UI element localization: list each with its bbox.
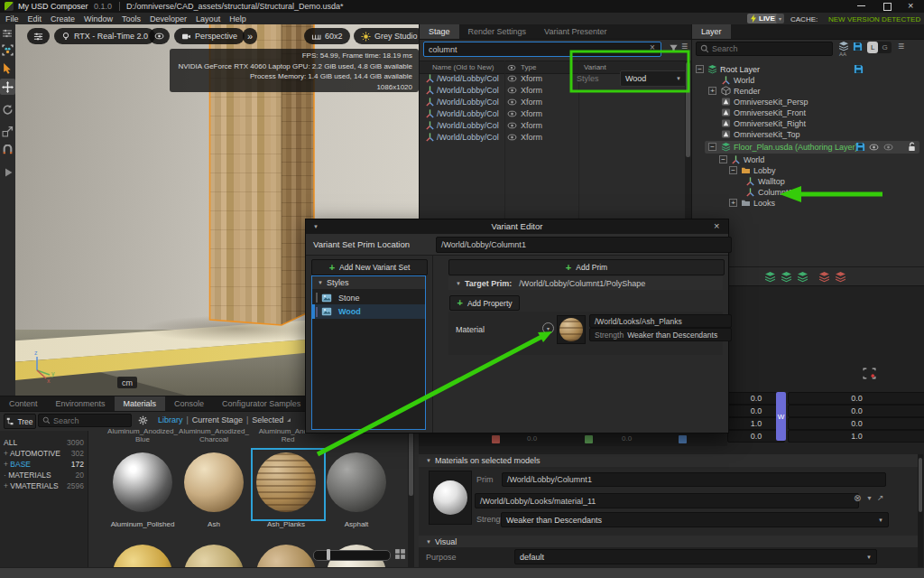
eye-icon[interactable]	[507, 75, 517, 82]
chevron-down-icon[interactable]: ▼	[866, 495, 873, 501]
add-property-button[interactable]: + Add Property	[449, 295, 520, 311]
table-row[interactable]: /World/Lobby/Col Xform	[420, 131, 685, 143]
layer-item-camera[interactable]: OmniverseKit_Top	[692, 129, 924, 140]
collapse-icon[interactable]: −	[729, 166, 737, 174]
matrix-cell[interactable]: 0.0	[788, 417, 924, 430]
x-axis-handle[interactable]	[492, 435, 500, 443]
tab-layer[interactable]: Layer	[692, 24, 731, 39]
layer-item-lobby[interactable]: − Lobby	[692, 165, 924, 176]
matrix-cell[interactable]: 0.0	[527, 434, 537, 443]
visual-section-header[interactable]: ▼ Visual	[419, 536, 918, 547]
grid-view-icon[interactable]	[394, 548, 406, 560]
thumbnail-size-slider[interactable]	[313, 550, 391, 561]
play-icon[interactable]	[3, 167, 14, 178]
table-row[interactable]: /World/Lobby/Col Xform	[420, 107, 685, 119]
layer-item-columnt1[interactable]: Columnt1	[692, 187, 924, 198]
table-row[interactable]: /World/Lobby/Col Xform	[420, 84, 685, 96]
global-toggle[interactable]: G	[878, 43, 891, 51]
cursor-tool-icon[interactable]	[2, 62, 14, 74]
save-icon[interactable]	[855, 142, 865, 152]
lock-open-icon[interactable]	[907, 142, 917, 152]
layer-remove-icon[interactable]	[835, 271, 846, 283]
material-search-input[interactable]	[38, 414, 132, 427]
eye-icon[interactable]	[507, 98, 517, 106]
move-tool-icon[interactable]	[2, 81, 14, 93]
lighting-button[interactable]: Grey Studio	[354, 28, 419, 44]
layer-action-icon[interactable]	[764, 271, 776, 283]
category-automotive[interactable]: + AUTOMOTIVE 302	[4, 449, 84, 458]
category-base[interactable]: + BASE 172	[4, 460, 84, 469]
tab-variant-presenter[interactable]: Variant Presenter	[535, 24, 615, 39]
layer-item-world2[interactable]: − World	[692, 154, 924, 165]
category-vmaterials[interactable]: + VMATERIALS 2596	[4, 481, 84, 490]
layer-item-world[interactable]: World	[692, 75, 924, 86]
eye-icon[interactable]	[507, 122, 517, 129]
scope-library[interactable]: Library	[158, 415, 183, 424]
menu-window[interactable]: Window	[84, 14, 113, 23]
material-thumb-aluminum-polished[interactable]	[113, 452, 172, 512]
column-header-variant[interactable]: Variant	[584, 63, 606, 71]
strength-field[interactable]: Strength Weaker than Descendants	[589, 328, 732, 341]
material-thumb-partial[interactable]	[113, 545, 172, 568]
table-row[interactable]: /World/Lobby/Col Xform Styles Wood ▼	[420, 72, 685, 84]
tab-materials[interactable]: Materials	[115, 396, 166, 411]
scale-tool-icon[interactable]	[2, 126, 14, 137]
y-axis-handle[interactable]	[585, 435, 593, 443]
expand-icon[interactable]: +	[729, 199, 737, 207]
material-thumb-asphalt[interactable]	[327, 452, 386, 512]
matrix-cell[interactable]: 0.0	[622, 434, 632, 443]
matrix-w-handle[interactable]: W	[776, 392, 786, 441]
local-global-toggle[interactable]: L G	[867, 42, 892, 53]
eye-icon[interactable]	[507, 110, 517, 117]
material-thumb-partial[interactable]	[256, 545, 316, 568]
snap-tool-icon[interactable]	[2, 144, 14, 156]
collapse-icon[interactable]: −	[708, 143, 716, 151]
menu-help[interactable]: Help	[229, 14, 246, 23]
table-row[interactable]: /World/Lobby/Col Xform	[420, 119, 685, 131]
tab-console[interactable]: Console	[165, 396, 213, 411]
viewport-options-button[interactable]	[27, 28, 50, 44]
eye-icon[interactable]	[507, 134, 517, 141]
materials-section-header[interactable]: ▼ Materials on selected models	[419, 454, 918, 467]
chevrons-expand-icon[interactable]: »	[243, 28, 257, 44]
stage-search-input[interactable]	[423, 42, 661, 57]
menu-layout[interactable]: Layout	[196, 14, 220, 23]
layer-action-icon[interactable]	[781, 271, 792, 283]
value-source-icon[interactable]: ▾	[542, 322, 554, 334]
tab-content[interactable]: Content	[0, 396, 47, 411]
maximize-icon[interactable]	[883, 3, 892, 11]
variant-set-header[interactable]: ▼ Styles	[312, 276, 425, 289]
material-thumb-ash-planks[interactable]	[256, 452, 316, 512]
scrollbar-thumb[interactable]	[686, 62, 690, 157]
column-header-name[interactable]: Name (Old to New)	[432, 63, 494, 71]
add-variant-set-button[interactable]: + Add New Variant Set	[311, 259, 428, 275]
material-path-field[interactable]: /World/Lobby/Looks/material_11	[475, 493, 859, 508]
column-header-eye-icon[interactable]	[507, 64, 516, 71]
visibility-button[interactable]	[149, 28, 170, 44]
renderer-button[interactable]: RTX - Real-Time 2.0	[54, 28, 155, 44]
variant-item-stone[interactable]: Stone	[312, 291, 425, 304]
prim-path-field[interactable]: /World/Lobby/Columnt1	[502, 472, 886, 487]
layer-item-render[interactable]: + Render	[692, 86, 924, 97]
matrix-cell[interactable]: 0.0	[788, 405, 924, 417]
collapse-icon[interactable]: −	[696, 65, 704, 73]
layer-item-camera[interactable]: OmniverseKit_Right	[692, 118, 924, 129]
scope-current-stage[interactable]: Current Stage	[192, 415, 243, 424]
add-prim-button[interactable]: + Add Prim	[448, 259, 725, 275]
category-materials[interactable]: · MATERIALS 20	[4, 471, 84, 480]
layer-menu-icon[interactable]: ≡	[898, 40, 904, 52]
goto-material-icon[interactable]: ↗	[877, 493, 884, 502]
matrix-cell[interactable]: 0.0	[788, 392, 924, 405]
material-path-field[interactable]: /World/Looks/Ash_Planks	[589, 314, 732, 328]
save-all-icon[interactable]	[853, 42, 863, 51]
layer-action-icon[interactable]	[797, 271, 808, 283]
eye-icon[interactable]	[507, 87, 517, 94]
stage-menu-icon[interactable]: ≡	[681, 40, 688, 52]
live-dropdown[interactable]: ▾	[776, 14, 784, 23]
eye-icon[interactable]	[883, 144, 893, 151]
menu-edit[interactable]: Edit	[28, 14, 42, 23]
menu-tools[interactable]: Tools	[122, 14, 141, 23]
capture-icon[interactable]	[863, 368, 876, 379]
target-prim-header[interactable]: ▼ Target Prim: /World/Lobby/Columnt1/Pol…	[448, 276, 723, 290]
tab-render-settings[interactable]: Render Settings	[459, 24, 536, 39]
